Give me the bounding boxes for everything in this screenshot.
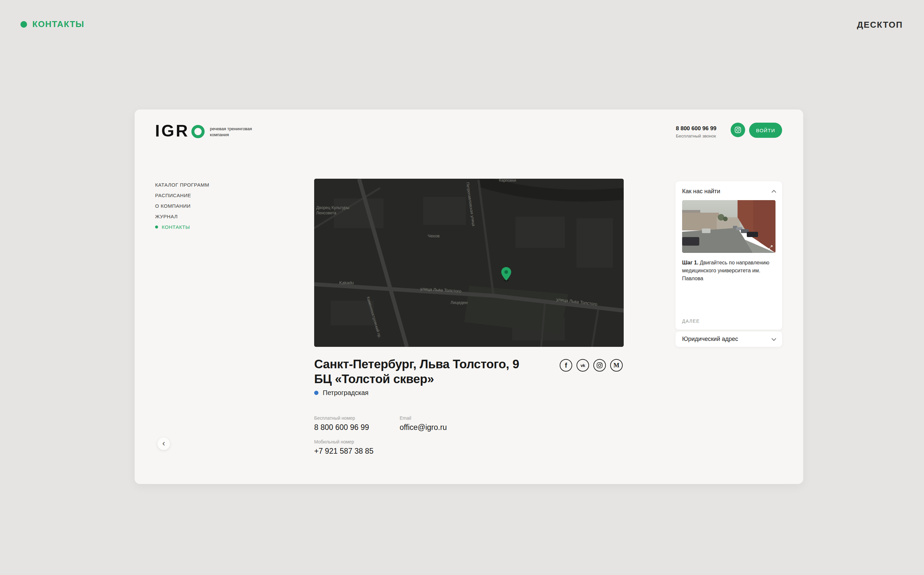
chevron-left-icon: ‹: [162, 439, 165, 447]
street-photo[interactable]: [682, 200, 776, 253]
email-label: Email: [400, 415, 447, 421]
instagram-badge-icon[interactable]: [731, 123, 745, 137]
street-photo-image: [682, 200, 776, 253]
mobile-number-label: Мобильный номер: [314, 439, 374, 445]
free-number-label: Бесплатный номер: [314, 415, 374, 421]
find-us-title: Как нас найти: [682, 188, 720, 195]
mobile-number-value[interactable]: +7 921 587 38 85: [314, 447, 374, 456]
legal-address-title: Юридический адрес: [682, 336, 738, 343]
chevron-up-icon[interactable]: [771, 190, 776, 195]
sidebar-item-label: О КОМПАНИИ: [155, 203, 191, 209]
next-step-link[interactable]: ДАЛЕЕ: [682, 318, 700, 324]
status-dot-icon: [21, 21, 27, 28]
logo-tagline: речевая тренинговая компания: [210, 126, 263, 138]
email-value[interactable]: office@igro.ru: [400, 423, 447, 432]
sidebar-item-schedule[interactable]: РАСПИСАНИЕ: [155, 190, 209, 200]
sidebar-item-label: КАТАЛОГ ПРОГРАММ: [155, 182, 209, 187]
right-panel: Как нас найти: [675, 181, 782, 347]
logo-igro[interactable]: IGR: [155, 121, 205, 140]
legal-address-card[interactable]: Юридический адрес: [675, 331, 782, 347]
map-canvas[interactable]: Дворец Культуры Ленсовета Чехов Kakadu у…: [314, 179, 624, 347]
free-number-value[interactable]: 8 800 600 96 99: [314, 423, 374, 432]
contacts-column-1: Бесплатный номер 8 800 600 96 99 Мобильн…: [314, 415, 374, 463]
address-line1: Санкт-Петербург, Льва Толстого, 9: [314, 357, 519, 372]
map-label-chekhov: Чехов: [428, 233, 440, 238]
expand-icon[interactable]: [767, 245, 773, 251]
find-us-card: Как нас найти: [675, 181, 782, 330]
metro-dot-icon: [314, 391, 319, 395]
address-line2: БЦ «Толстой сквер»: [314, 372, 519, 386]
map-label-dk-lensoveta: Дворец Культуры Ленсовета: [316, 205, 356, 216]
sidebar-item-contacts[interactable]: КОНТАКТЫ: [155, 222, 209, 232]
facebook-icon[interactable]: f: [560, 359, 572, 372]
instagram-icon[interactable]: [593, 359, 606, 372]
page-status-label: КОНТАКТЫ: [32, 19, 84, 29]
sidebar-item-label: КОНТАКТЫ: [162, 224, 190, 230]
address-heading: Санкт-Петербург, Льва Толстого, 9 БЦ «То…: [314, 357, 519, 386]
map-label-litsedei: Лицедеи: [451, 300, 468, 305]
sidebar-item-catalog[interactable]: КАТАЛОГ ПРОГРАММ: [155, 179, 209, 190]
vk-icon[interactable]: vk: [577, 359, 589, 372]
map-label-karpovka: Карповки: [499, 179, 516, 183]
carousel-prev-button[interactable]: ‹: [158, 437, 170, 450]
map-pin-icon[interactable]: [501, 267, 511, 281]
sidebar-item-label: ЖУРНАЛ: [155, 214, 178, 219]
direction-step-text: Шаг 1.Двигайтесь по направлению медицинс…: [675, 253, 782, 283]
sidebar-item-about[interactable]: О КОМПАНИИ: [155, 200, 209, 211]
header-phone-block: 8 800 600 96 99 Бесплатный звонок: [676, 125, 717, 138]
metro-row: Петроградская: [314, 389, 369, 397]
header-phone-note: Бесплатный звонок: [676, 133, 717, 138]
page-status: КОНТАКТЫ: [21, 19, 84, 29]
medium-icon[interactable]: M: [610, 359, 623, 372]
step-number: Шаг 1.: [682, 260, 698, 265]
viewport-mode-label: ДЕСКТОП: [857, 20, 903, 30]
social-links: f vk M: [560, 359, 623, 372]
page: { "colors": { "accent": "#21a764", "metr…: [0, 0, 924, 575]
header-phone[interactable]: 8 800 600 96 99: [676, 125, 717, 132]
contacts-column-2: Email office@igro.ru: [400, 415, 447, 439]
metro-station-name: Петроградская: [323, 389, 369, 397]
login-button[interactable]: ВОЙТИ: [749, 123, 782, 138]
logo-letters: IGR: [155, 121, 190, 140]
find-us-header[interactable]: Как нас найти: [675, 181, 782, 200]
main-card: IGR речевая тренинговая компания 8 800 6…: [135, 110, 803, 484]
sidebar-item-journal[interactable]: ЖУРНАЛ: [155, 211, 209, 222]
chevron-down-icon[interactable]: [771, 336, 776, 341]
sidebar-item-label: РАСПИСАНИЕ: [155, 192, 191, 198]
logo-ring-icon: [191, 125, 205, 138]
map-label-kakadu: Kakadu: [339, 280, 354, 285]
sidebar-nav: КАТАЛОГ ПРОГРАММ РАСПИСАНИЕ О КОМПАНИИ Ж…: [155, 179, 209, 232]
active-dot-icon: [155, 226, 158, 229]
